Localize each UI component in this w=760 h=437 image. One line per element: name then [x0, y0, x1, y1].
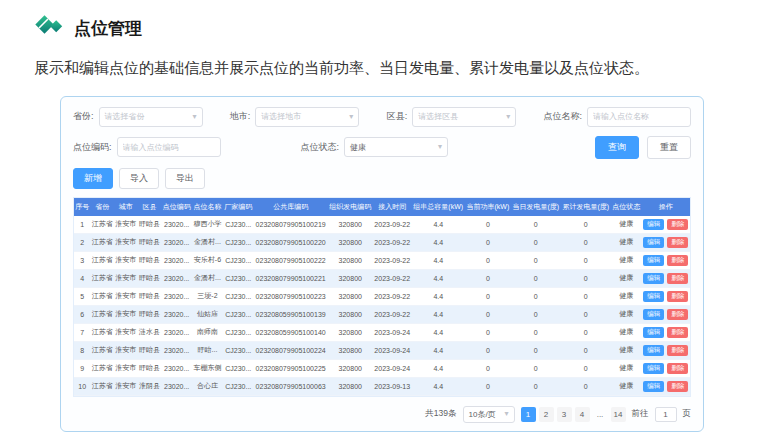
delete-button[interactable]: 删除 [667, 327, 688, 338]
table-row: 8江苏省淮安市盱眙县23020...盱眙...CJ230...023208079… [74, 341, 690, 359]
column-header: 点位名称 [192, 198, 223, 216]
status-cell: 健康 [611, 216, 642, 234]
points-panel: 省份: 请选择省份 ▾ 地市: 请选择地市 ▾ 区县: 请选择区县 ▾ 点位名称… [60, 96, 704, 432]
cell-city: 淮安市 [114, 233, 138, 251]
cell-org_code: 320800 [328, 305, 373, 323]
add-button[interactable]: 新增 [73, 168, 113, 189]
delete-button[interactable]: 删除 [667, 219, 688, 230]
name-input[interactable] [593, 112, 685, 121]
delete-button[interactable]: 删除 [667, 237, 688, 248]
cell-public_code: 023208079905100220 [254, 233, 328, 251]
cell-vendor: CJ230... [223, 359, 254, 377]
cell-capacity: 4.4 [412, 216, 465, 234]
page-button[interactable]: 4 [575, 407, 590, 422]
cell-power: 0 [465, 359, 511, 377]
page-button[interactable]: 1 [521, 407, 536, 422]
edit-button[interactable]: 编辑 [643, 291, 664, 302]
edit-button[interactable]: 编辑 [643, 381, 664, 392]
page-button[interactable]: 14 [611, 407, 626, 422]
column-header: 点位状态 [611, 198, 642, 216]
cell-daily: 0 [511, 323, 561, 341]
edit-button[interactable]: 编辑 [643, 219, 664, 230]
page-button[interactable]: 3 [557, 407, 572, 422]
cell-province: 江苏省 [90, 287, 114, 305]
cell-vendor: CJ230... [223, 377, 254, 395]
cell-city: 淮安市 [114, 305, 138, 323]
cell-code: 23020... [161, 377, 192, 395]
page-size-select[interactable]: 10条/页 ▾ [463, 406, 515, 423]
cell-power: 0 [465, 377, 511, 395]
status-select[interactable]: 健康 ▾ [344, 137, 448, 157]
district-label: 区县: [387, 110, 408, 123]
delete-button[interactable]: 删除 [667, 255, 688, 266]
column-header: 接入时间 [373, 198, 412, 216]
delete-button[interactable]: 删除 [667, 345, 688, 356]
edit-button[interactable]: 编辑 [643, 363, 664, 374]
delete-button[interactable]: 删除 [667, 291, 688, 302]
code-input[interactable] [123, 143, 215, 152]
page-button[interactable]: 2 [539, 407, 554, 422]
ops-cell: 编辑删除 [642, 216, 690, 234]
cell-capacity: 4.4 [412, 251, 465, 269]
cell-daily: 0 [511, 251, 561, 269]
cell-province: 江苏省 [90, 377, 114, 395]
cell-code: 23020... [161, 305, 192, 323]
status-cell: 健康 [611, 377, 642, 395]
status-cell: 健康 [611, 341, 642, 359]
cell-name: 金潘村... [192, 269, 223, 287]
reset-button[interactable]: 重置 [647, 136, 691, 159]
chevron-down-icon: ▾ [349, 113, 353, 121]
cell-org_code: 320800 [328, 216, 373, 234]
points-table: 序号省份城市区县点位编码点位名称厂家编码公共库编码组织发电编码接入时间组串总容量… [74, 198, 690, 396]
cell-district: 淮阴县 [138, 377, 162, 395]
edit-button[interactable]: 编辑 [643, 237, 664, 248]
goto-page-input[interactable] [655, 407, 677, 422]
code-filter: 点位编码: [73, 137, 221, 157]
delete-button[interactable]: 删除 [667, 309, 688, 320]
cell-daily: 0 [511, 341, 561, 359]
edit-button[interactable]: 编辑 [643, 309, 664, 320]
status-label: 点位状态: [301, 141, 340, 154]
column-header: 组织发电编码 [328, 198, 373, 216]
cell-capacity: 4.4 [412, 269, 465, 287]
import-button[interactable]: 导入 [119, 168, 159, 189]
cell-public_code: 023208079905100221 [254, 269, 328, 287]
cell-date: 2023-09-22 [373, 269, 412, 287]
cell-date: 2023-09-22 [373, 216, 412, 234]
cell-province: 江苏省 [90, 359, 114, 377]
column-header: 区县 [138, 198, 162, 216]
cell-org_code: 320800 [328, 251, 373, 269]
cell-seq: 9 [74, 359, 90, 377]
edit-button[interactable]: 编辑 [643, 273, 664, 284]
cell-org_code: 320800 [328, 269, 373, 287]
edit-button[interactable]: 编辑 [643, 327, 664, 338]
filter-row-2: 点位编码: 点位状态: 健康 ▾ 查询 重置 [73, 136, 691, 159]
delete-button[interactable]: 删除 [667, 273, 688, 284]
page-ellipsis: ... [593, 407, 608, 422]
table-row: 1江苏省淮安市盱眙县23020...穆西小学CJ230...0232080799… [74, 216, 690, 234]
province-select[interactable]: 请选择省份 ▾ [99, 107, 203, 127]
cell-date: 2023-09-24 [373, 359, 412, 377]
edit-button[interactable]: 编辑 [643, 255, 664, 266]
cell-power: 0 [465, 323, 511, 341]
column-header: 公共库编码 [254, 198, 328, 216]
cell-total: 0 [561, 233, 611, 251]
column-header: 组串总容量(kW) [412, 198, 465, 216]
export-button[interactable]: 导出 [165, 168, 205, 189]
city-select[interactable]: 请选择地市 ▾ [255, 107, 359, 127]
ops-cell: 编辑删除 [642, 341, 690, 359]
cell-total: 0 [561, 216, 611, 234]
table-wrapper: 序号省份城市区县点位编码点位名称厂家编码公共库编码组织发电编码接入时间组串总容量… [73, 197, 691, 397]
cell-public_code: 023208079905100224 [254, 341, 328, 359]
total-count: 共139条 [425, 408, 456, 420]
edit-button[interactable]: 编辑 [643, 345, 664, 356]
search-button[interactable]: 查询 [595, 136, 639, 159]
cell-code: 23020... [161, 216, 192, 234]
column-header: 城市 [114, 198, 138, 216]
delete-button[interactable]: 删除 [667, 363, 688, 374]
cell-capacity: 4.4 [412, 377, 465, 395]
cell-vendor: CJ230... [223, 269, 254, 287]
delete-button[interactable]: 删除 [667, 381, 688, 392]
district-select[interactable]: 请选择区县 ▾ [412, 107, 516, 127]
cell-name: 穆西小学 [192, 216, 223, 234]
